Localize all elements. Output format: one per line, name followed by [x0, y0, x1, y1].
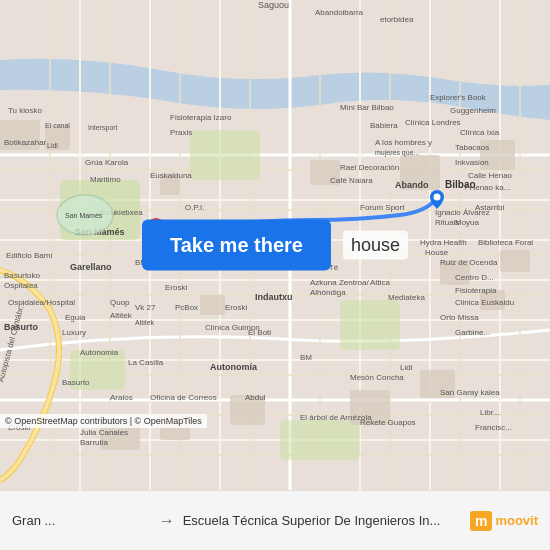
svg-text:San Garay kalea: San Garay kalea: [440, 388, 500, 397]
svg-text:Clínica Ixia: Clínica Ixia: [460, 128, 500, 137]
svg-text:Attica: Attica: [370, 278, 391, 287]
nav-button-container: Take me there house: [142, 220, 408, 271]
house-label: house: [343, 231, 408, 260]
svg-text:Ignacio Álvarez: Ignacio Álvarez: [435, 208, 490, 217]
svg-text:etorbidea: etorbidea: [380, 15, 414, 24]
svg-text:Ruiz de Ocenda: Ruiz de Ocenda: [440, 258, 498, 267]
svg-text:Alhóndiga: Alhóndiga: [310, 288, 346, 297]
svg-text:Azkuna Zentroa/: Azkuna Zentroa/: [310, 278, 369, 287]
svg-text:Calle Henao: Calle Henao: [468, 171, 513, 180]
svg-rect-35: [280, 420, 360, 460]
svg-text:Centro D...: Centro D...: [455, 273, 494, 282]
svg-text:Altitek: Altitek: [110, 311, 133, 320]
svg-text:Clínica Londres: Clínica Londres: [405, 118, 461, 127]
svg-text:Basurto: Basurto: [62, 378, 90, 387]
svg-text:Autonomía: Autonomía: [210, 362, 258, 372]
svg-text:Garbine...: Garbine...: [455, 328, 490, 337]
svg-text:Explorer's Book: Explorer's Book: [430, 93, 487, 102]
svg-text:Fisioterapia Izaro: Fisioterapia Izaro: [170, 113, 232, 122]
svg-text:Mediateka: Mediateka: [388, 293, 425, 302]
svg-text:Ospitalea: Ospitalea: [4, 281, 38, 290]
svg-text:House: House: [425, 248, 449, 257]
svg-text:Praxis: Praxis: [170, 128, 192, 137]
svg-text:Biblioteca Foral: Biblioteca Foral: [478, 238, 533, 247]
svg-text:Guggenheim: Guggenheim: [450, 106, 496, 115]
svg-text:BM: BM: [300, 353, 312, 362]
svg-text:Tu kiosko: Tu kiosko: [8, 106, 42, 115]
svg-text:Oficina de Correos: Oficina de Correos: [150, 393, 217, 402]
moovit-logo: m moovit: [470, 511, 538, 531]
svg-text:Abdul: Abdul: [245, 393, 266, 402]
svg-text:Intersport: Intersport: [88, 124, 118, 132]
svg-text:Hydra Health: Hydra Health: [420, 238, 467, 247]
svg-rect-33: [340, 300, 400, 350]
map-attribution: © OpenStreetMap contributors | © OpenMap…: [0, 414, 207, 428]
svg-text:Altitek: Altitek: [135, 319, 155, 326]
svg-text:Eroski: Eroski: [225, 303, 247, 312]
svg-text:Rekete Guapos: Rekete Guapos: [360, 418, 416, 427]
svg-text:Café Naiara: Café Naiara: [330, 176, 373, 185]
svg-text:Botikazahar: Botikazahar: [4, 138, 47, 147]
svg-text:La Casilla: La Casilla: [128, 358, 164, 367]
moovit-text-logo: moovit: [495, 513, 538, 528]
svg-text:Mesón Concha: Mesón Concha: [350, 373, 404, 382]
svg-text:Garellano: Garellano: [70, 262, 112, 272]
svg-point-146: [434, 194, 441, 201]
svg-text:mujeres que...: mujeres que...: [375, 149, 419, 157]
svg-rect-32: [190, 130, 260, 180]
svg-text:Abando: Abando: [395, 180, 429, 190]
app: Tu kiosko El canal Lidl Botikazahar Inte…: [0, 0, 550, 550]
svg-text:PcBox: PcBox: [175, 303, 198, 312]
arrow-icon: →: [159, 512, 175, 530]
route-from: Gran ...: [12, 513, 151, 528]
svg-text:/ Henao ka...: / Henao ka...: [465, 183, 510, 192]
svg-text:Luxury: Luxury: [62, 328, 86, 337]
svg-text:Grúa Karola: Grúa Karola: [85, 158, 129, 167]
svg-text:Forum Sport: Forum Sport: [360, 203, 405, 212]
svg-text:Clinica Euskaldu: Clinica Euskaldu: [455, 298, 514, 307]
svg-text:Euskalduna: Euskalduna: [150, 171, 192, 180]
svg-text:A los hombres y: A los hombres y: [375, 138, 432, 147]
svg-text:El canal: El canal: [45, 122, 70, 129]
svg-rect-42: [200, 295, 225, 315]
route-to: Escuela Técnica Superior De Ingenieros I…: [183, 513, 460, 528]
svg-text:Eroski: Eroski: [165, 283, 187, 292]
svg-rect-45: [500, 250, 530, 272]
svg-text:Inkvasion: Inkvasion: [455, 158, 489, 167]
svg-text:Fisioterapia: Fisioterapia: [455, 286, 497, 295]
svg-text:Eguia: Eguia: [65, 313, 86, 322]
svg-text:Libr...: Libr...: [480, 408, 500, 417]
take-me-there-button[interactable]: Take me there: [142, 220, 331, 271]
svg-text:El Boti: El Boti: [248, 328, 271, 337]
svg-text:Rael Decoración: Rael Decoración: [340, 163, 399, 172]
svg-text:Mini Bar Bilbao: Mini Bar Bilbao: [340, 103, 394, 112]
svg-text:Quop: Quop: [110, 298, 130, 307]
svg-text:Autonomia: Autonomia: [80, 348, 119, 357]
svg-text:Basurtoko: Basurtoko: [4, 271, 41, 280]
svg-text:Babiera: Babiera: [370, 121, 398, 130]
svg-text:Maritimo: Maritimo: [90, 175, 121, 184]
svg-text:Lidl: Lidl: [400, 363, 413, 372]
svg-text:Francisc...: Francisc...: [475, 423, 512, 432]
svg-text:Saguou: Saguou: [258, 0, 289, 10]
svg-text:Lidl: Lidl: [47, 142, 58, 149]
svg-text:Abandoibarra: Abandoibarra: [315, 8, 364, 17]
svg-text:Vk 27: Vk 27: [135, 303, 156, 312]
svg-text:Rituals: Rituals: [435, 218, 459, 227]
moovit-m-logo: m: [470, 511, 492, 531]
svg-text:San Mamés: San Mamés: [65, 212, 103, 219]
map-container: Tu kiosko El canal Lidl Botikazahar Inte…: [0, 0, 550, 490]
svg-text:Indautxu: Indautxu: [255, 292, 293, 302]
svg-text:Edificio Bami: Edificio Bami: [6, 251, 52, 260]
svg-text:Tabacaos: Tabacaos: [455, 143, 489, 152]
svg-text:Orto Missa: Orto Missa: [440, 313, 479, 322]
bottom-bar: Gran ... → Escuela Técnica Superior De I…: [0, 490, 550, 550]
svg-text:Barrutia: Barrutia: [80, 438, 109, 447]
svg-text:Julia Canales: Julia Canales: [80, 428, 128, 437]
svg-text:O.P.I.: O.P.I.: [185, 203, 204, 212]
svg-text:Aralos: Aralos: [110, 393, 133, 402]
